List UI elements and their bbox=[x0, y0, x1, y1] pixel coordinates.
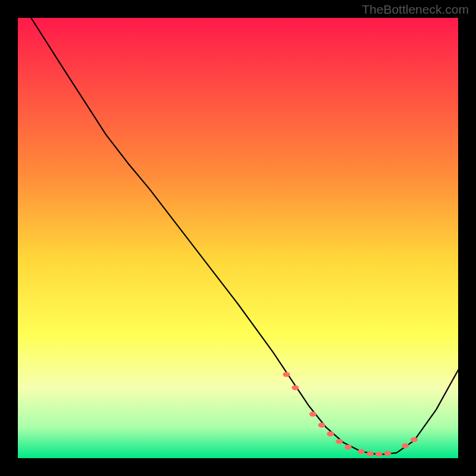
marker-dot bbox=[384, 451, 392, 456]
marker-dot bbox=[375, 452, 383, 456]
marker-dot bbox=[411, 437, 418, 442]
marker-dot bbox=[318, 422, 325, 427]
marker-dot bbox=[283, 372, 290, 377]
marker-dot bbox=[336, 439, 343, 444]
marker-dot bbox=[367, 451, 374, 456]
watermark-text: TheBottleneck.com bbox=[362, 2, 469, 17]
plot-area bbox=[18, 18, 458, 458]
marker-dot bbox=[402, 443, 409, 448]
marker-dot bbox=[292, 385, 299, 390]
marker-dot bbox=[345, 444, 352, 449]
marker-dot bbox=[327, 431, 334, 436]
marker-dot bbox=[309, 412, 317, 416]
chart-svg bbox=[18, 18, 458, 458]
marker-dot bbox=[358, 449, 365, 454]
gradient-background bbox=[18, 18, 458, 458]
chart-container: TheBottleneck.com bbox=[0, 0, 476, 476]
